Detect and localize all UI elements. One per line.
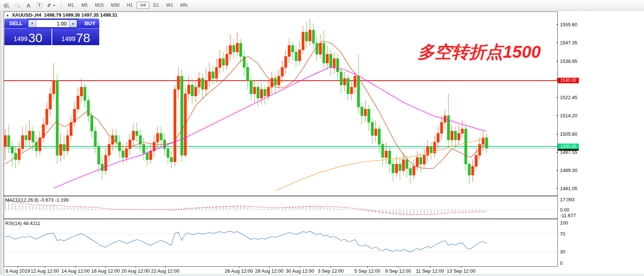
- rsi-axis-label: 70: [560, 231, 565, 237]
- candle: [333, 58, 336, 67]
- rsi-pane: [4, 231, 557, 252]
- price-axis-label: 1514.20: [560, 113, 577, 118]
- candle: [478, 144, 481, 155]
- candle: [66, 135, 69, 151]
- price-axis-label: 1555.60: [560, 22, 577, 27]
- candle: [150, 151, 152, 160]
- candle: [371, 122, 374, 136]
- candle: [295, 52, 297, 61]
- candle: [406, 160, 408, 169]
- candle: [437, 133, 440, 142]
- time-axis-tick: [461, 266, 461, 268]
- time-axis-label: 26 Aug 12:00: [225, 268, 253, 274]
- rsi-axis-label: 100: [560, 220, 568, 226]
- candle: [194, 87, 197, 96]
- price-axis-tick: [556, 188, 558, 189]
- candle: [454, 131, 457, 140]
- time-axis-tick: [300, 266, 300, 268]
- price-axis-label: 1505.80: [560, 131, 577, 137]
- candle: [97, 147, 100, 164]
- candle: [347, 78, 350, 94]
- candle: [84, 87, 86, 101]
- candle: [458, 133, 460, 140]
- chart-ohlc-title: ▲ XAUUSD-,H4 1498.79 1499.36 1497.35 149…: [6, 12, 117, 18]
- ma-line: [276, 138, 486, 191]
- volume-spinner: ▼ ▲: [27, 18, 78, 28]
- candle: [146, 153, 149, 160]
- chart-annotation-text: 多空转折点1500: [418, 41, 541, 64]
- time-axis-label: 9 Sep 12:00: [385, 268, 411, 274]
- candle: [368, 109, 370, 122]
- panel-collapse-icon[interactable]: ▲: [6, 13, 9, 17]
- candle: [177, 76, 180, 90]
- candle: [402, 160, 405, 171]
- volume-increase-button[interactable]: ▲: [69, 20, 77, 27]
- time-axis-tick: [165, 266, 166, 268]
- time-axis-tick: [18, 266, 18, 268]
- candle: [129, 140, 131, 149]
- candle: [212, 72, 214, 78]
- candle: [25, 135, 27, 140]
- candle: [205, 81, 207, 90]
- candle: [215, 67, 218, 78]
- candle: [87, 100, 90, 116]
- candle: [274, 78, 277, 85]
- candle: [392, 164, 394, 173]
- volume-input[interactable]: [36, 20, 69, 27]
- volume-decrease-button[interactable]: ▼: [28, 20, 36, 27]
- candle: [91, 116, 93, 131]
- candle: [28, 131, 31, 140]
- candle: [160, 133, 163, 140]
- candle: [70, 122, 73, 136]
- candle: [413, 166, 415, 175]
- sell-button[interactable]: SELL: [4, 18, 27, 28]
- candle: [475, 155, 478, 166]
- candle: [233, 46, 235, 52]
- macd-axis-label: 0.00: [560, 207, 569, 213]
- candle: [267, 87, 270, 96]
- candle: [136, 131, 138, 135]
- time-axis-label: 8 Aug 2019: [6, 268, 30, 274]
- one-click-trading-panel: SELL ▼ ▲ BUY 1499 30 1499 78: [4, 18, 99, 45]
- time-axis-label: 11 Sep 12:00: [416, 268, 444, 274]
- ma-line: [54, 67, 486, 188]
- macd-axis-label: -11.677: [560, 213, 576, 218]
- candle: [374, 129, 377, 135]
- candle: [278, 76, 280, 85]
- candle: [11, 147, 14, 153]
- time-axis-label: 5 Sep 12:00: [354, 268, 380, 274]
- time-axis-label: 16 Aug 12:00: [91, 268, 120, 274]
- price-axis-tick: [556, 152, 558, 152]
- sell-price-display[interactable]: 1499 30: [4, 28, 51, 45]
- buy-price-display[interactable]: 1499 78: [52, 28, 99, 45]
- time-axis-label: 14 Aug 12:00: [61, 268, 90, 274]
- candle: [357, 76, 360, 107]
- candle: [240, 43, 242, 57]
- macd-axis-label: 17.093: [560, 197, 575, 202]
- candle: [170, 158, 173, 162]
- candle: [264, 90, 266, 96]
- candle: [385, 151, 388, 158]
- candle: [284, 56, 287, 67]
- time-axis-tick: [136, 266, 136, 268]
- candle: [219, 58, 221, 67]
- candle: [125, 149, 128, 158]
- candle: [465, 129, 467, 164]
- candle: [305, 32, 308, 41]
- candle: [288, 46, 291, 57]
- buy-button[interactable]: BUY: [78, 18, 99, 28]
- candle: [63, 144, 66, 151]
- candle: [250, 81, 253, 94]
- price-axis-tick: [556, 43, 558, 43]
- hline-price-label: 1500.00: [558, 144, 579, 149]
- candle: [396, 164, 398, 173]
- sell-price-small: 1499: [14, 34, 28, 44]
- candle: [198, 78, 201, 87]
- candle: [260, 90, 263, 98]
- candle: [340, 72, 343, 85]
- candle: [323, 43, 325, 63]
- candle: [409, 168, 412, 175]
- time-axis-tick: [331, 266, 331, 268]
- candle: [122, 151, 124, 158]
- candle: [309, 30, 311, 41]
